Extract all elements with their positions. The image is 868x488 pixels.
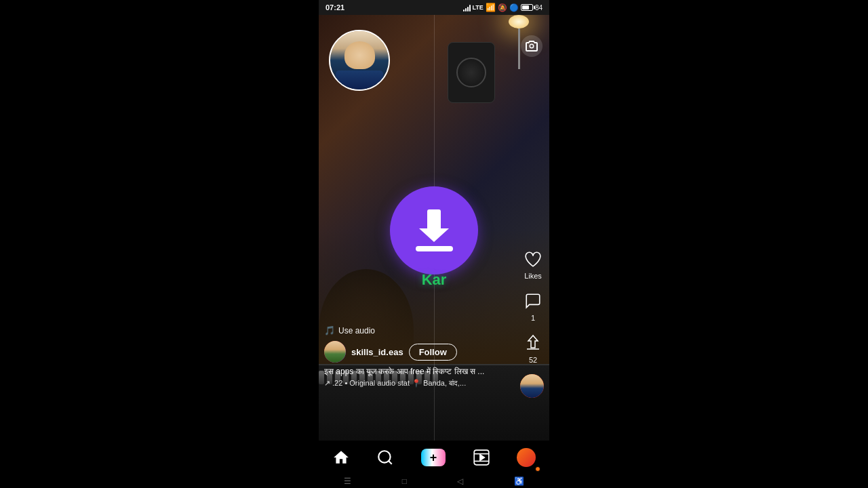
phone-screen: 07:21 LTE 📶 🔕 🔵 84 <box>319 0 549 488</box>
signal-bars-icon <box>463 3 471 12</box>
download-base <box>416 246 453 251</box>
lamp-head <box>509 15 529 28</box>
lte-label: LTE <box>473 4 484 11</box>
svg-line-2 <box>389 461 392 464</box>
profile-nav-avatar <box>517 448 536 467</box>
reels-icon <box>473 449 490 466</box>
description-text: इस apps का यूज करके आप free में स्किप्ट … <box>324 367 512 376</box>
android-nav-bar: ☰ □ ◁ ♿ <box>319 474 549 488</box>
download-head <box>419 228 449 242</box>
music-note-icon: 🎵 <box>324 325 335 336</box>
heart-icon <box>522 248 544 270</box>
action-buttons: Likes 1 52 <box>522 248 544 364</box>
share-button[interactable]: 52 <box>522 332 544 364</box>
use-audio-label: Use audio <box>338 326 375 336</box>
battery-fill <box>522 5 530 9</box>
comments-count: 1 <box>531 314 535 322</box>
nav-home[interactable] <box>329 445 353 470</box>
profile-top-avatar[interactable] <box>329 30 390 91</box>
status-bar: 07:21 LTE 📶 🔕 🔵 84 <box>319 0 549 15</box>
bottom-info-panel: 🎵 Use audio skills_id.eas Follow इस apps… <box>324 325 512 388</box>
download-button[interactable] <box>390 186 478 274</box>
follow-button[interactable]: Follow <box>409 344 457 361</box>
battery-percent: 84 <box>535 4 542 12</box>
search-icon <box>376 449 394 466</box>
user-info-row: skills_id.eas Follow <box>324 341 512 363</box>
bluetooth-icon: 🔵 <box>509 3 519 12</box>
add-content-button[interactable] <box>421 449 446 466</box>
camera-icon <box>526 41 538 52</box>
comment-icon <box>522 290 544 312</box>
sim-icon: 📶 <box>486 3 496 12</box>
right-black-panel <box>549 0 868 488</box>
comments-button[interactable]: 1 <box>522 290 544 322</box>
status-icons: LTE 📶 🔕 🔵 84 <box>463 3 542 12</box>
bottom-navigation <box>319 441 549 474</box>
share-icon <box>522 332 544 354</box>
use-audio-row[interactable]: 🎵 Use audio <box>324 325 512 336</box>
mute-icon: 🔕 <box>498 3 507 12</box>
kar-text: Kar <box>422 271 447 289</box>
home-icon <box>332 449 350 466</box>
android-home-icon[interactable]: □ <box>402 476 407 486</box>
status-time: 07:21 <box>326 3 344 12</box>
left-black-panel <box>0 0 319 488</box>
nav-profile[interactable] <box>513 445 539 470</box>
audio-profile-avatar[interactable] <box>520 374 544 398</box>
nav-reels[interactable] <box>469 445 494 470</box>
lamp-pole <box>518 28 520 69</box>
likes-label: Likes <box>524 272 542 280</box>
camera-button[interactable] <box>521 35 542 57</box>
likes-button[interactable]: Likes <box>522 248 544 280</box>
profile-notification-dot <box>535 466 540 472</box>
speaker-decoration <box>448 42 495 103</box>
android-back-icon[interactable]: ◁ <box>457 476 463 486</box>
audio-info-text[interactable]: ↗ .22 • Original audio stat 📍 Banda, बां… <box>324 379 512 388</box>
nav-add[interactable] <box>418 445 449 470</box>
android-accessibility-icon[interactable]: ♿ <box>514 476 524 486</box>
shares-count: 52 <box>529 356 537 364</box>
username-label[interactable]: skills_id.eas <box>351 347 403 357</box>
svg-point-1 <box>379 451 391 462</box>
download-shaft <box>427 209 441 230</box>
android-menu-icon[interactable]: ☰ <box>344 476 351 486</box>
nav-search[interactable] <box>373 445 397 470</box>
battery-icon <box>521 4 533 11</box>
user-avatar[interactable] <box>324 341 346 363</box>
video-background[interactable]: Kar Likes 1 <box>319 15 549 445</box>
